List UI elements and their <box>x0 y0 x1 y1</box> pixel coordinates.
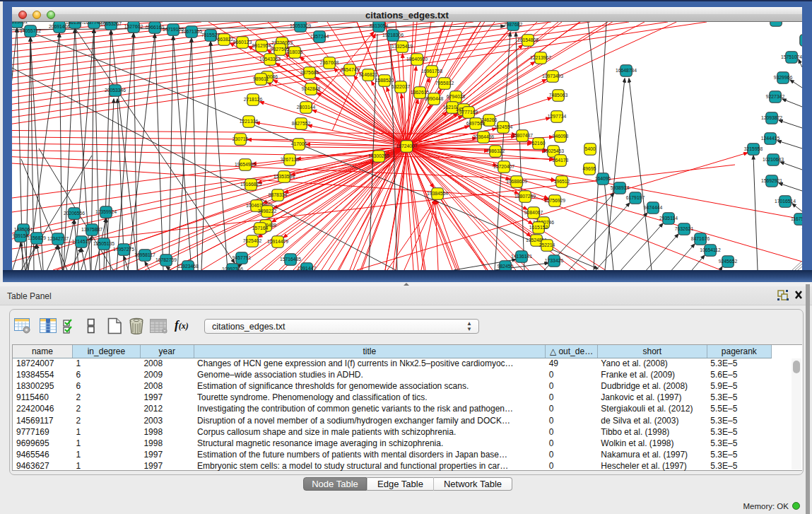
svg-text:12342737: 12342737 <box>47 236 69 241</box>
svg-text:16154808: 16154808 <box>517 37 539 42</box>
svg-text:16914479: 16914479 <box>267 239 288 244</box>
svg-text:10653267: 10653267 <box>100 22 122 26</box>
svg-text:1733426: 1733426 <box>545 258 564 263</box>
svg-text:14136141: 14136141 <box>511 254 532 259</box>
svg-text:3875685: 3875685 <box>300 70 319 75</box>
svg-text:2367608: 2367608 <box>320 60 339 65</box>
svg-text:3454749: 3454749 <box>341 67 360 72</box>
svg-text:9457791: 9457791 <box>233 255 252 260</box>
svg-text:19166825: 19166825 <box>240 182 261 187</box>
svg-text:9084067: 9084067 <box>524 210 543 215</box>
svg-text:9245652: 9245652 <box>719 259 738 264</box>
svg-text:946098: 946098 <box>553 134 569 139</box>
svg-text:8660123: 8660123 <box>233 40 252 45</box>
svg-text:16782759: 16782759 <box>155 257 177 262</box>
svg-text:9329966: 9329966 <box>774 75 793 80</box>
svg-text:15692921: 15692921 <box>761 178 782 183</box>
svg-text:20364436: 20364436 <box>473 134 494 139</box>
svg-text:3215958: 3215958 <box>744 146 763 151</box>
svg-text:20206556: 20206556 <box>64 211 85 216</box>
svg-text:5322037: 5322037 <box>392 84 411 89</box>
svg-text:3498222: 3498222 <box>258 209 277 214</box>
svg-text:1297734: 1297734 <box>548 114 567 119</box>
svg-text:12213967: 12213967 <box>530 55 551 60</box>
svg-text:1362615: 1362615 <box>411 90 430 95</box>
svg-text:3267130: 3267130 <box>281 157 300 162</box>
svg-text:7986322: 7986322 <box>486 148 505 153</box>
svg-text:12505135: 12505135 <box>93 241 114 246</box>
svg-text:17957275: 17957275 <box>113 247 134 252</box>
svg-text:49695: 49695 <box>583 166 596 171</box>
svg-text:18300295: 18300295 <box>368 153 389 158</box>
svg-text:8471676: 8471676 <box>691 236 710 241</box>
svg-text:7357244: 7357244 <box>310 34 329 39</box>
svg-text:16961758: 16961758 <box>421 69 442 74</box>
svg-text:1244415: 1244415 <box>761 136 780 141</box>
svg-text:15716485: 15716485 <box>280 257 301 262</box>
svg-text:11923468: 11923468 <box>177 264 199 269</box>
svg-text:1214519: 1214519 <box>72 239 91 244</box>
svg-text:8427552: 8427552 <box>292 121 311 126</box>
svg-text:8878334: 8878334 <box>269 192 288 197</box>
svg-text:164095: 164095 <box>595 176 611 181</box>
svg-text:17359924: 17359924 <box>95 209 117 214</box>
svg-text:14055712: 14055712 <box>20 28 41 33</box>
svg-text:10543362: 10543362 <box>259 57 281 62</box>
svg-text:8813054: 8813054 <box>370 23 389 28</box>
svg-text:7663822: 7663822 <box>215 37 234 42</box>
svg-text:989611: 989611 <box>253 76 269 81</box>
svg-text:1615152: 1615152 <box>529 225 548 230</box>
svg-text:18613051: 18613051 <box>12 22 28 24</box>
svg-text:62160: 62160 <box>532 141 546 146</box>
svg-text:10025453: 10025453 <box>543 148 564 153</box>
svg-text:5938914: 5938914 <box>611 185 630 190</box>
svg-text:15720407: 15720407 <box>493 164 514 169</box>
svg-text:8912954: 8912954 <box>252 43 271 48</box>
svg-text:157164: 157164 <box>252 226 269 230</box>
svg-text:20691406: 20691406 <box>49 24 70 29</box>
svg-text:8990448: 8990448 <box>425 96 444 101</box>
svg-text:15751074: 15751074 <box>781 54 802 59</box>
svg-text:6794028: 6794028 <box>447 94 466 99</box>
svg-text:20053346: 20053346 <box>105 88 126 93</box>
svg-text:1527602: 1527602 <box>124 24 143 29</box>
svg-text:417006: 417006 <box>291 141 307 146</box>
svg-text:6497568: 6497568 <box>466 121 486 126</box>
svg-text:252214: 252214 <box>539 243 555 247</box>
svg-text:2935114: 2935114 <box>659 216 678 221</box>
svg-text:12093872: 12093872 <box>761 115 782 120</box>
svg-text:264178: 264178 <box>553 158 569 163</box>
svg-text:939154: 939154 <box>13 233 29 238</box>
svg-text:10688609: 10688609 <box>506 179 527 184</box>
svg-text:10807487: 10807487 <box>512 133 533 138</box>
svg-text:9474444: 9474444 <box>644 205 663 210</box>
svg-text:19218306: 19218306 <box>382 33 404 37</box>
svg-text:15353594: 15353594 <box>273 174 295 179</box>
svg-text:2803144: 2803144 <box>297 105 316 110</box>
svg-text:1167533: 1167533 <box>791 216 802 221</box>
svg-text:10973493: 10973493 <box>542 74 563 78</box>
svg-text:10756929: 10756929 <box>544 198 565 203</box>
svg-text:10671355: 10671355 <box>181 29 202 34</box>
svg-text:9777169: 9777169 <box>459 110 478 115</box>
svg-text:19654985: 19654985 <box>235 162 256 167</box>
svg-text:7485063: 7485063 <box>549 93 568 98</box>
svg-text:10210643: 10210643 <box>763 157 784 162</box>
svg-text:10654112: 10654112 <box>700 247 721 252</box>
svg-text:230715: 230715 <box>233 136 249 141</box>
svg-text:16053309: 16053309 <box>290 23 311 28</box>
svg-text:5400: 5400 <box>584 146 595 151</box>
svg-text:1588520: 1588520 <box>375 78 394 83</box>
svg-text:2718126: 2718126 <box>244 97 263 102</box>
svg-text:17016514: 17016514 <box>775 199 796 204</box>
svg-text:7632621: 7632621 <box>675 226 694 231</box>
svg-text:13325419: 13325419 <box>392 44 413 49</box>
svg-text:7625402: 7625402 <box>243 238 262 243</box>
svg-text:19384554: 19384554 <box>427 191 448 196</box>
svg-text:9227342: 9227342 <box>766 94 785 99</box>
svg-text:3624554: 3624554 <box>494 124 513 129</box>
svg-text:9242848: 9242848 <box>302 86 321 91</box>
svg-text:1861307: 1861307 <box>66 22 85 25</box>
svg-text:9146821: 9146821 <box>359 72 378 77</box>
svg-text:5912: 5912 <box>770 22 781 23</box>
